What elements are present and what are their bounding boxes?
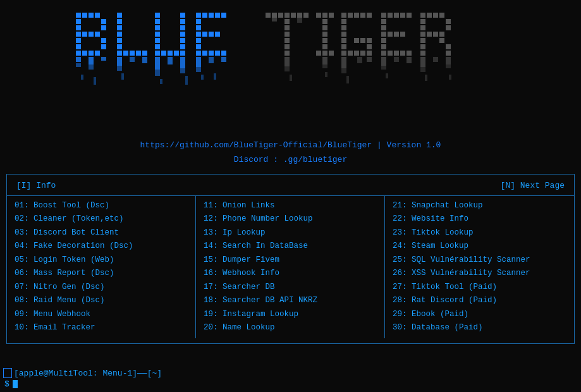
menu-item[interactable]: 09: Menu Webhook (15, 308, 188, 322)
svg-rect-148 (388, 32, 393, 37)
svg-rect-109 (322, 51, 327, 56)
svg-rect-4 (76, 38, 81, 43)
menu-item[interactable]: 25: SQL Vulnérability Scanner (393, 254, 566, 267)
svg-rect-53 (180, 32, 185, 37)
svg-rect-7 (82, 13, 87, 18)
svg-rect-15 (95, 51, 100, 56)
svg-rect-184 (121, 73, 124, 80)
next-page-button[interactable]: [N] Next Page (501, 181, 565, 190)
svg-rect-123 (341, 44, 346, 49)
svg-rect-171 (427, 32, 432, 37)
svg-rect-179 (433, 57, 438, 62)
svg-rect-68 (196, 51, 201, 56)
svg-rect-121 (341, 32, 346, 37)
svg-rect-45 (155, 44, 160, 49)
svg-rect-172 (433, 32, 438, 37)
svg-rect-151 (388, 51, 393, 56)
svg-rect-31 (117, 51, 122, 56)
menu-item[interactable]: 24: Steam Lookup (393, 240, 566, 254)
svg-rect-160 (420, 19, 425, 24)
svg-rect-35 (142, 51, 147, 56)
svg-rect-51 (180, 19, 185, 24)
svg-rect-170 (446, 25, 451, 30)
menu-item[interactable]: 12: Phone Number Lookup (204, 212, 377, 226)
svg-rect-106 (322, 32, 327, 37)
menu-item[interactable]: 18: Searcher DB API NKRZ (204, 294, 377, 308)
svg-rect-74 (209, 32, 214, 37)
menu-item[interactable]: 23: Tiktok Lookup (393, 226, 566, 240)
svg-rect-91 (284, 19, 290, 24)
menu-item[interactable]: 02: Cleaner (Token,etc) (15, 212, 188, 226)
menu-item[interactable]: 13: Ip Lookup (204, 226, 377, 240)
svg-rect-40 (155, 13, 160, 18)
menu-item[interactable]: 01: Boost Tool (Dsc) (15, 199, 188, 213)
svg-rect-152 (394, 51, 399, 56)
svg-rect-19 (101, 44, 106, 49)
svg-rect-46 (155, 51, 160, 56)
svg-rect-174 (439, 38, 444, 43)
menu-item[interactable]: 15: Dumper Fivem (204, 254, 377, 267)
svg-rect-26 (117, 19, 122, 24)
menu-item[interactable]: 06: Mass Report (Dsc) (15, 267, 188, 281)
svg-rect-145 (394, 13, 399, 18)
menu-item[interactable]: 28: Rat Discord (Paid) (393, 294, 566, 308)
terminal-box-icon (3, 368, 12, 378)
subtitle: https://github.com/BlueTiger-Official/Bl… (0, 138, 581, 168)
svg-rect-157 (394, 57, 399, 62)
menu-item[interactable]: 27: Tiktok Tool (Paid) (393, 281, 566, 295)
svg-rect-190 (325, 72, 327, 77)
svg-rect-141 (381, 38, 386, 43)
menu-item[interactable]: 22: Website Info (393, 212, 566, 226)
svg-rect-28 (117, 32, 122, 37)
menu-item[interactable]: 05: Login Token (Web) (15, 254, 188, 267)
menu-item[interactable]: 19: Instagram Lookup (204, 308, 377, 322)
svg-rect-186 (185, 76, 188, 85)
menu-item[interactable]: 17: Searcher DB (204, 281, 377, 295)
svg-rect-162 (420, 32, 425, 37)
menu-item[interactable]: 29: Ebook (Paid) (393, 308, 566, 322)
svg-rect-54 (180, 38, 185, 43)
svg-rect-139 (381, 25, 386, 30)
svg-rect-173 (439, 32, 444, 37)
svg-rect-81 (196, 67, 201, 72)
svg-rect-80 (196, 57, 201, 67)
svg-rect-76 (202, 51, 207, 56)
svg-rect-108 (322, 44, 327, 49)
svg-rect-175 (446, 44, 451, 49)
svg-rect-113 (322, 64, 327, 68)
menu-item[interactable]: 14: Search In DataBase (204, 240, 377, 254)
svg-rect-22 (89, 57, 94, 64)
menu-item[interactable]: 10: Email Tracker (15, 321, 188, 335)
menu-item[interactable]: 08: Raid Menu (Dsc) (15, 294, 188, 308)
menu-item[interactable]: 20: Name Lookup (204, 321, 377, 335)
menu-column-2: 11: Onion Links12: Phone Number Lookup13… (196, 196, 385, 338)
svg-rect-182 (81, 75, 83, 80)
svg-rect-70 (209, 13, 214, 18)
menu-item[interactable]: 16: Webhook Info (204, 267, 377, 281)
logo (70, 6, 512, 130)
svg-rect-120 (341, 25, 346, 30)
svg-rect-161 (420, 25, 425, 30)
svg-rect-17 (101, 25, 106, 30)
menu-item[interactable]: 03: Discord Bot Client (15, 226, 188, 240)
menu-item[interactable]: 11: Onion Links (204, 199, 377, 213)
menu-item[interactable]: 26: XSS Vulnérability Scanner (393, 267, 566, 281)
svg-rect-93 (284, 32, 290, 37)
svg-rect-47 (161, 51, 166, 56)
svg-rect-168 (439, 13, 444, 18)
menu-item[interactable]: 30: Database (Paid) (393, 321, 566, 335)
svg-rect-55 (180, 44, 185, 49)
svg-rect-38 (130, 57, 135, 62)
svg-rect-165 (420, 51, 425, 56)
svg-rect-72 (221, 13, 226, 18)
svg-rect-187 (201, 75, 204, 80)
menu-item[interactable]: 04: Fake Decoration (Dsc) (15, 240, 188, 254)
svg-rect-79 (221, 51, 226, 56)
menu-item[interactable]: 21: Snapchat Lookup (393, 199, 566, 213)
info-button[interactable]: [I] Info (16, 181, 56, 190)
svg-rect-181 (446, 64, 451, 68)
menu-item[interactable]: 07: Nitro Gen (Dsc) (15, 281, 188, 295)
svg-rect-61 (180, 68, 185, 73)
svg-rect-166 (427, 13, 432, 18)
svg-rect-156 (381, 66, 386, 70)
